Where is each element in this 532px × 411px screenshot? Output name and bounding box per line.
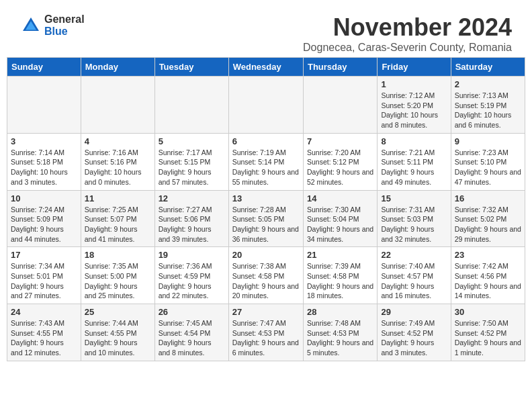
- day-number: 24: [11, 307, 77, 317]
- calendar-cell: 2Sunrise: 7:13 AM Sunset: 5:19 PM Daylig…: [451, 77, 525, 134]
- day-number: 26: [159, 307, 225, 317]
- day-info: Sunrise: 7:13 AM Sunset: 5:19 PM Dayligh…: [455, 91, 521, 130]
- weekday-header-row: SundayMondayTuesdayWednesdayThursdayFrid…: [7, 58, 525, 77]
- day-info: Sunrise: 7:20 AM Sunset: 5:12 PM Dayligh…: [307, 148, 373, 187]
- day-info: Sunrise: 7:47 AM Sunset: 4:53 PM Dayligh…: [232, 318, 300, 358]
- calendar-cell: 14Sunrise: 7:30 AM Sunset: 5:04 PM Dayli…: [303, 190, 377, 247]
- day-number: 20: [232, 250, 300, 260]
- calendar-cell: 29Sunrise: 7:49 AM Sunset: 4:52 PM Dayli…: [378, 304, 451, 361]
- logo-general: General: [44, 13, 85, 26]
- day-number: 4: [85, 136, 151, 146]
- calendar-cell: 21Sunrise: 7:39 AM Sunset: 4:58 PM Dayli…: [303, 247, 377, 304]
- day-number: 29: [381, 307, 447, 317]
- calendar-cell: 9Sunrise: 7:23 AM Sunset: 5:10 PM Daylig…: [451, 133, 525, 190]
- title-block: November 2024 Dognecea, Caras-Severin Co…: [303, 13, 512, 54]
- calendar-cell: 22Sunrise: 7:40 AM Sunset: 4:57 PM Dayli…: [378, 247, 451, 304]
- day-info: Sunrise: 7:25 AM Sunset: 5:07 PM Dayligh…: [85, 205, 151, 244]
- day-number: 3: [11, 136, 77, 146]
- day-number: 27: [232, 307, 300, 317]
- day-info: Sunrise: 7:45 AM Sunset: 4:54 PM Dayligh…: [159, 318, 225, 358]
- day-info: Sunrise: 7:39 AM Sunset: 4:58 PM Dayligh…: [307, 261, 373, 301]
- day-number: 17: [11, 250, 77, 260]
- calendar-week-row: 1Sunrise: 7:12 AM Sunset: 5:20 PM Daylig…: [7, 77, 525, 134]
- day-info: Sunrise: 7:40 AM Sunset: 4:57 PM Dayligh…: [381, 261, 447, 301]
- day-info: Sunrise: 7:50 AM Sunset: 4:52 PM Dayligh…: [455, 318, 521, 358]
- day-number: 10: [11, 193, 77, 203]
- calendar-cell: 5Sunrise: 7:17 AM Sunset: 5:15 PM Daylig…: [154, 133, 228, 190]
- day-info: Sunrise: 7:27 AM Sunset: 5:06 PM Dayligh…: [159, 205, 225, 244]
- day-info: Sunrise: 7:19 AM Sunset: 5:14 PM Dayligh…: [232, 148, 300, 187]
- day-info: Sunrise: 7:14 AM Sunset: 5:18 PM Dayligh…: [11, 148, 77, 187]
- weekday-header-wednesday: Wednesday: [228, 58, 303, 77]
- day-info: Sunrise: 7:38 AM Sunset: 4:58 PM Dayligh…: [232, 261, 300, 301]
- day-number: 25: [85, 307, 151, 317]
- day-number: 12: [159, 193, 225, 203]
- day-number: 1: [381, 79, 447, 89]
- day-number: 11: [85, 193, 151, 203]
- day-info: Sunrise: 7:42 AM Sunset: 4:56 PM Dayligh…: [455, 261, 521, 301]
- day-number: 8: [381, 136, 447, 146]
- calendar-cell: 11Sunrise: 7:25 AM Sunset: 5:07 PM Dayli…: [81, 190, 154, 247]
- day-number: 7: [307, 136, 373, 146]
- day-info: Sunrise: 7:24 AM Sunset: 5:09 PM Dayligh…: [11, 205, 77, 244]
- calendar-cell: 10Sunrise: 7:24 AM Sunset: 5:09 PM Dayli…: [7, 190, 81, 247]
- logo-blue: Blue: [44, 26, 85, 38]
- logo-icon: [20, 15, 42, 36]
- day-info: Sunrise: 7:44 AM Sunset: 4:55 PM Dayligh…: [85, 318, 151, 358]
- weekday-header-friday: Friday: [378, 58, 451, 77]
- day-number: 9: [455, 136, 521, 146]
- calendar-cell: [154, 77, 228, 134]
- day-info: Sunrise: 7:35 AM Sunset: 5:00 PM Dayligh…: [85, 261, 151, 301]
- day-info: Sunrise: 7:31 AM Sunset: 5:03 PM Dayligh…: [381, 205, 447, 244]
- calendar-week-row: 10Sunrise: 7:24 AM Sunset: 5:09 PM Dayli…: [7, 190, 525, 247]
- calendar-cell: 13Sunrise: 7:28 AM Sunset: 5:05 PM Dayli…: [228, 190, 303, 247]
- weekday-header-thursday: Thursday: [303, 58, 377, 77]
- calendar-cell: 7Sunrise: 7:20 AM Sunset: 5:12 PM Daylig…: [303, 133, 377, 190]
- day-info: Sunrise: 7:49 AM Sunset: 4:52 PM Dayligh…: [381, 318, 447, 358]
- day-number: 14: [307, 193, 373, 203]
- day-number: 28: [307, 307, 373, 317]
- weekday-header-monday: Monday: [81, 58, 154, 77]
- day-info: Sunrise: 7:12 AM Sunset: 5:20 PM Dayligh…: [381, 91, 447, 130]
- day-number: 23: [455, 250, 521, 260]
- day-number: 18: [85, 250, 151, 260]
- calendar-cell: 15Sunrise: 7:31 AM Sunset: 5:03 PM Dayli…: [378, 190, 451, 247]
- calendar-cell: 24Sunrise: 7:43 AM Sunset: 4:55 PM Dayli…: [7, 304, 81, 361]
- day-number: 2: [455, 79, 521, 89]
- weekday-header-sunday: Sunday: [7, 58, 81, 77]
- day-info: Sunrise: 7:43 AM Sunset: 4:55 PM Dayligh…: [11, 318, 77, 358]
- calendar-cell: 18Sunrise: 7:35 AM Sunset: 5:00 PM Dayli…: [81, 247, 154, 304]
- calendar-cell: 27Sunrise: 7:47 AM Sunset: 4:53 PM Dayli…: [228, 304, 303, 361]
- calendar-cell: 28Sunrise: 7:48 AM Sunset: 4:53 PM Dayli…: [303, 304, 377, 361]
- calendar-cell: 23Sunrise: 7:42 AM Sunset: 4:56 PM Dayli…: [451, 247, 525, 304]
- calendar-cell: [7, 77, 81, 134]
- day-number: 21: [307, 250, 373, 260]
- calendar-cell: 4Sunrise: 7:16 AM Sunset: 5:16 PM Daylig…: [81, 133, 154, 190]
- calendar-week-row: 17Sunrise: 7:34 AM Sunset: 5:01 PM Dayli…: [7, 247, 525, 304]
- day-info: Sunrise: 7:17 AM Sunset: 5:15 PM Dayligh…: [159, 148, 225, 187]
- calendar-cell: [81, 77, 154, 134]
- calendar-week-row: 24Sunrise: 7:43 AM Sunset: 4:55 PM Dayli…: [7, 304, 525, 361]
- calendar-cell: 30Sunrise: 7:50 AM Sunset: 4:52 PM Dayli…: [451, 304, 525, 361]
- day-number: 6: [232, 136, 300, 146]
- day-info: Sunrise: 7:48 AM Sunset: 4:53 PM Dayligh…: [307, 318, 373, 358]
- day-number: 30: [455, 307, 521, 317]
- calendar-cell: 6Sunrise: 7:19 AM Sunset: 5:14 PM Daylig…: [228, 133, 303, 190]
- calendar-cell: 20Sunrise: 7:38 AM Sunset: 4:58 PM Dayli…: [228, 247, 303, 304]
- day-number: 19: [159, 250, 225, 260]
- day-number: 5: [159, 136, 225, 146]
- day-number: 16: [455, 193, 521, 203]
- calendar-cell: 1Sunrise: 7:12 AM Sunset: 5:20 PM Daylig…: [378, 77, 451, 134]
- calendar-cell: 26Sunrise: 7:45 AM Sunset: 4:54 PM Dayli…: [154, 304, 228, 361]
- location-title: Dognecea, Caras-Severin County, Romania: [303, 42, 512, 54]
- day-info: Sunrise: 7:30 AM Sunset: 5:04 PM Dayligh…: [307, 205, 373, 244]
- calendar-cell: 12Sunrise: 7:27 AM Sunset: 5:06 PM Dayli…: [154, 190, 228, 247]
- day-number: 22: [381, 250, 447, 260]
- day-info: Sunrise: 7:23 AM Sunset: 5:10 PM Dayligh…: [455, 148, 521, 187]
- day-number: 13: [232, 193, 300, 203]
- day-info: Sunrise: 7:16 AM Sunset: 5:16 PM Dayligh…: [85, 148, 151, 187]
- calendar-cell: [228, 77, 303, 134]
- day-info: Sunrise: 7:32 AM Sunset: 5:02 PM Dayligh…: [455, 205, 521, 244]
- calendar-week-row: 3Sunrise: 7:14 AM Sunset: 5:18 PM Daylig…: [7, 133, 525, 190]
- day-number: 15: [381, 193, 447, 203]
